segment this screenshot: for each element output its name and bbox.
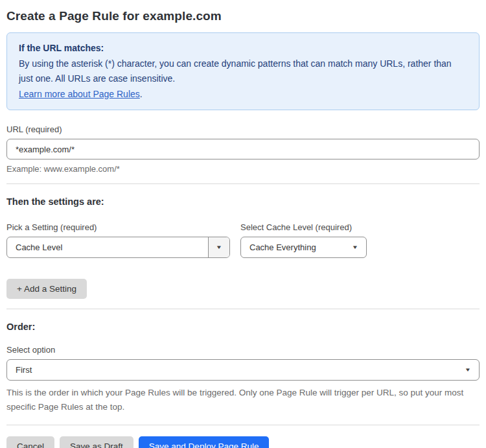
add-setting-button[interactable]: + Add a Setting	[6, 279, 87, 299]
order-dropdown[interactable]: First ▼	[6, 359, 480, 381]
url-field-label: URL (required)	[6, 124, 480, 134]
divider	[6, 309, 480, 309]
settings-row: Pick a Setting (required) Cache Level ▼ …	[6, 222, 480, 258]
cancel-button[interactable]: Cancel	[6, 436, 54, 448]
save-deploy-button[interactable]: Save and Deploy Page Rule	[139, 436, 270, 448]
chevron-down-icon: ▼	[465, 368, 471, 373]
page-title: Create a Page Rule for example.com	[6, 9, 480, 23]
chevron-down-icon: ▼	[216, 245, 222, 250]
info-box-link-line: Learn more about Page Rules.	[19, 87, 467, 102]
url-match-info-box: If the URL matches: By using the asteris…	[6, 32, 480, 110]
info-box-heading: If the URL matches:	[19, 41, 467, 56]
order-select-label: Select option	[6, 345, 480, 355]
divider	[6, 425, 480, 425]
page-rule-form: Create a Page Rule for example.com If th…	[0, 0, 486, 448]
setting-select-label: Pick a Setting (required)	[6, 222, 230, 232]
order-arrow-wrap: ▼	[465, 368, 479, 373]
settings-section-heading: Then the settings are:	[6, 196, 480, 207]
cache-level-column: Select Cache Level (required) Cache Ever…	[240, 222, 367, 258]
url-input[interactable]	[6, 139, 480, 159]
setting-select-value: Cache Level	[7, 242, 208, 252]
cache-level-select-label: Select Cache Level (required)	[240, 222, 367, 232]
divider	[6, 183, 480, 184]
url-field-helper: Example: www.example.com/*	[6, 164, 480, 174]
order-section-heading: Order:	[6, 322, 480, 332]
learn-more-link[interactable]: Learn more about Page Rules	[19, 89, 140, 99]
cache-level-dropdown[interactable]: Cache Everything ▼	[240, 237, 367, 258]
link-suffix: .	[140, 89, 143, 99]
setting-select-dropdown[interactable]: Cache Level ▼	[6, 237, 230, 258]
setting-select-column: Pick a Setting (required) Cache Level ▼	[6, 222, 230, 258]
cache-level-arrow-wrap: ▼	[353, 245, 366, 250]
cache-level-value: Cache Everything	[241, 242, 353, 252]
order-helper-text: This is the order in which your Page Rul…	[6, 386, 480, 415]
chevron-down-icon: ▼	[352, 245, 358, 250]
save-draft-button[interactable]: Save as Draft	[60, 436, 133, 448]
setting-select-arrow-segment[interactable]: ▼	[208, 237, 229, 257]
order-select-value: First	[7, 365, 465, 375]
footer-actions: Cancel Save as Draft Save and Deploy Pag…	[6, 436, 480, 448]
info-box-body: By using the asterisk (*) character, you…	[19, 56, 467, 87]
